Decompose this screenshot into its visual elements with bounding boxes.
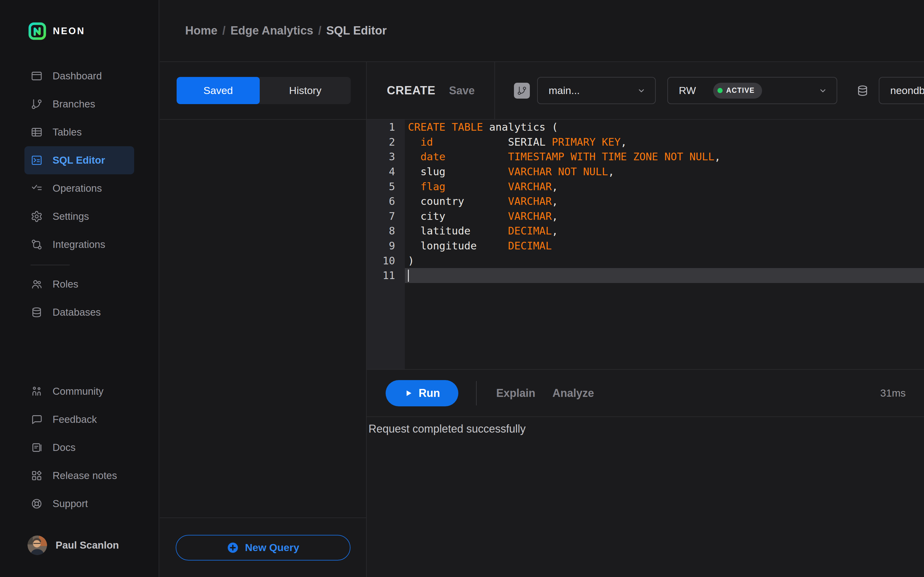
code-line-text: longitude DECIMAL: [395, 240, 552, 252]
save-button[interactable]: Save: [449, 84, 475, 97]
breadcrumb-item[interactable]: SQL Editor: [326, 24, 387, 37]
breadcrumb-separator: /: [223, 24, 226, 37]
sidebar-nav-access: RolesDatabases: [0, 270, 158, 326]
saved-queries-list[interactable]: [160, 120, 366, 517]
analyze-button[interactable]: Analyze: [552, 387, 594, 400]
sidebar-item-label: Support: [53, 498, 88, 509]
line-number: 7: [367, 210, 395, 222]
database-select[interactable]: neondb: [879, 77, 924, 104]
line-number: 6: [367, 195, 395, 207]
branch-select-value: main...: [549, 85, 580, 97]
sidebar-item-settings[interactable]: Settings: [24, 202, 134, 230]
integrations-icon: [31, 239, 43, 251]
sidebar-item-label: Release notes: [53, 470, 117, 482]
sidebar-item-label: Feedback: [53, 414, 97, 425]
database-icon: [856, 84, 869, 97]
status-message: Request completed successfully: [367, 417, 924, 435]
database-select-value: neondb: [890, 85, 924, 97]
sidebar-item-community[interactable]: Community: [24, 377, 134, 405]
code-line-text: date TIMESTAMP WITH TIME ZONE NOT NULL,: [395, 150, 721, 163]
explain-button[interactable]: Explain: [496, 387, 535, 400]
new-query-button[interactable]: New Query: [176, 535, 351, 561]
sidebar-item-feedback[interactable]: Feedback: [24, 405, 134, 434]
sidebar-item-label: Dashboard: [53, 70, 102, 82]
code-line-7[interactable]: 7 city VARCHAR,: [367, 209, 924, 224]
line-number: 2: [367, 136, 395, 148]
breadcrumb-item[interactable]: Edge Analytics: [230, 24, 313, 37]
sidebar-item-sql-editor[interactable]: SQL Editor: [24, 146, 134, 174]
code-line-9[interactable]: 9 longitude DECIMAL: [367, 239, 924, 253]
code-line-text: [395, 269, 409, 282]
sidebar-item-release-notes[interactable]: Release notes: [24, 462, 134, 490]
sidebar-item-branches[interactable]: Branches: [24, 90, 134, 118]
line-number: 9: [367, 240, 395, 252]
sidebar-item-label: Branches: [53, 98, 95, 110]
breadcrumb: Home/Edge Analytics/SQL Editor: [185, 24, 386, 37]
code-line-4[interactable]: 4 slug VARCHAR NOT NULL,: [367, 164, 924, 179]
code-line-2[interactable]: 2 id SERIAL PRIMARY KEY,: [367, 135, 924, 150]
query-title: CREATE: [387, 84, 435, 97]
code-line-text: flag VARCHAR,: [395, 181, 558, 193]
code-line-10[interactable]: 10): [367, 253, 924, 268]
git-branch-icon: [517, 85, 527, 96]
sidebar-item-integrations[interactable]: Integrations: [24, 230, 134, 259]
code-line-6[interactable]: 6 country VARCHAR,: [367, 194, 924, 209]
code-line-text: latitude DECIMAL,: [395, 225, 558, 237]
support-icon: [31, 498, 43, 510]
editor-toolbar: CREATE Save main... RW ACTIVE: [367, 62, 924, 120]
code-line-text: city VARCHAR,: [395, 210, 558, 222]
brand-name: NEON: [53, 26, 85, 37]
saved-queries-panel: SavedHistory New Query: [160, 62, 367, 577]
sidebar-item-support[interactable]: Support: [24, 490, 134, 518]
user-menu[interactable]: Paul Scanlon: [0, 531, 158, 559]
sql-editor-panel: CREATE Save main... RW ACTIVE: [367, 62, 924, 577]
feedback-icon: [31, 413, 43, 425]
databases-icon: [31, 306, 43, 318]
compute-select[interactable]: RW ACTIVE: [667, 77, 837, 104]
tab-saved[interactable]: Saved: [177, 77, 260, 104]
line-number: 4: [367, 166, 395, 178]
sidebar-item-label: Databases: [53, 306, 101, 318]
branches-icon: [31, 98, 43, 110]
branch-diagram-button[interactable]: [514, 83, 530, 98]
sidebar-item-operations[interactable]: Operations: [24, 174, 134, 202]
compute-status-label: ACTIVE: [726, 86, 755, 95]
code-line-5[interactable]: 5 flag VARCHAR,: [367, 179, 924, 194]
run-button[interactable]: Run: [386, 380, 458, 406]
line-number: 8: [367, 225, 395, 237]
sidebar-item-label: SQL Editor: [53, 155, 105, 166]
tab-history[interactable]: History: [260, 77, 351, 104]
sidebar-item-dashboard[interactable]: Dashboard: [24, 62, 134, 90]
sql-code-editor[interactable]: 1CREATE TABLE analytics (2 id SERIAL PRI…: [367, 120, 924, 370]
roles-icon: [31, 278, 43, 290]
toolbar-divider: [494, 62, 495, 119]
sidebar-nav-resources: CommunityFeedbackDocsRelease notesSuppor…: [0, 377, 158, 518]
code-line-3[interactable]: 3 date TIMESTAMP WITH TIME ZONE NOT NULL…: [367, 149, 924, 164]
neon-logo[interactable]: NEON: [0, 0, 158, 62]
sidebar-item-docs[interactable]: Docs: [24, 434, 134, 462]
status-dot-icon: [717, 88, 723, 93]
dashboard-icon: [31, 70, 43, 82]
line-number: 3: [367, 150, 395, 163]
operations-icon: [31, 182, 43, 195]
user-name: Paul Scanlon: [56, 540, 119, 551]
breadcrumb-item[interactable]: Home: [185, 24, 218, 37]
code-line-8[interactable]: 8 latitude DECIMAL,: [367, 224, 924, 239]
plus-circle-icon: [227, 542, 239, 554]
branch-select[interactable]: main...: [537, 77, 656, 104]
neon-logo-icon: [28, 22, 46, 40]
play-icon: [404, 388, 413, 398]
sidebar-item-roles[interactable]: Roles: [24, 270, 134, 298]
community-icon: [31, 385, 43, 398]
sidebar-divider: [31, 265, 69, 265]
code-line-11[interactable]: 11: [367, 268, 924, 283]
panel-footer: New Query: [160, 517, 366, 577]
sidebar-item-databases[interactable]: Databases: [24, 298, 134, 326]
code-line-1[interactable]: 1CREATE TABLE analytics (: [367, 120, 924, 135]
content: SavedHistory New Query CREATE Save: [160, 62, 924, 577]
sidebar-item-label: Docs: [53, 442, 76, 453]
code-line-text: country VARCHAR,: [395, 195, 558, 207]
query-duration: 31ms: [880, 387, 906, 399]
sidebar-item-tables[interactable]: Tables: [24, 118, 134, 146]
sql-editor-icon: [31, 154, 43, 166]
